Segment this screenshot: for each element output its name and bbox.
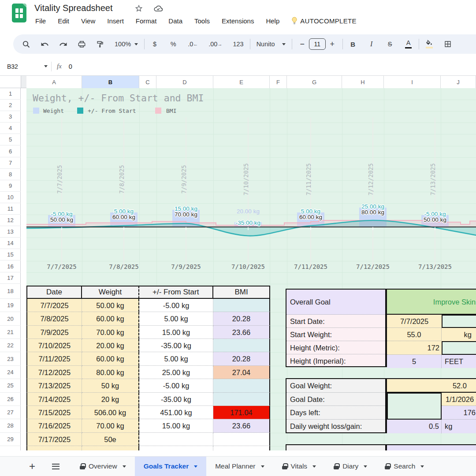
undo-icon[interactable] (38, 37, 51, 51)
menu-view[interactable]: View (81, 17, 95, 25)
cell-date[interactable]: 7/10/2025 (26, 339, 82, 352)
cell-delta[interactable]: -5.00 kg (139, 299, 213, 312)
cell-date[interactable]: 7/8/2025 (26, 312, 82, 325)
row-header-27[interactable]: 27 (0, 406, 21, 419)
formula-input[interactable]: 0 (69, 63, 72, 70)
column-header-E[interactable]: E (213, 76, 270, 88)
cell-bmi[interactable] (213, 393, 270, 406)
overall-goal-value[interactable]: Improve Skin (387, 290, 476, 315)
menu-extensions[interactable]: Extensions (222, 17, 254, 25)
format-currency-button[interactable]: $ (148, 37, 161, 51)
tab-overview[interactable]: Overview (71, 457, 135, 476)
cell-bmi[interactable] (213, 299, 270, 312)
cell-date[interactable]: 7/12/2025 (26, 366, 82, 379)
embedded-chart[interactable]: Weight, +/- From Start and BMI Weight +/… (26, 88, 476, 284)
cell-weight[interactable]: 50.00 kg (82, 299, 139, 312)
empty-bordered-cell[interactable] (442, 315, 476, 328)
empty-bordered-cell[interactable] (442, 341, 476, 355)
add-sheet-button[interactable]: + (29, 457, 35, 476)
menu-insert[interactable]: Insert (107, 17, 124, 25)
row-header-1[interactable]: 1 (0, 88, 21, 100)
cell-date[interactable]: 7/9/2025 (26, 326, 82, 339)
redo-icon[interactable] (56, 37, 70, 51)
all-sheets-button[interactable] (52, 457, 60, 476)
row-header-21[interactable]: 21 (0, 326, 21, 339)
row-header-10[interactable]: 10 (0, 192, 21, 203)
autocomplete-badge[interactable]: AUTOCOMPLETE (291, 17, 357, 25)
row-header-14[interactable]: 14 (0, 238, 21, 249)
cell-weight[interactable]: 70.00 kg (82, 419, 139, 432)
increase-font-size-button[interactable]: + (326, 37, 339, 51)
cell-date[interactable]: 7/17/2025 (26, 433, 82, 446)
cell-delta[interactable]: -35.00 kg (139, 339, 213, 352)
paint-format-icon[interactable] (93, 37, 107, 51)
goal-date-value[interactable]: 1/1/2026 (442, 393, 476, 406)
start-weight-value[interactable]: 55.0 (387, 328, 442, 341)
row-header-3[interactable]: 3 (0, 111, 21, 123)
cell-delta[interactable]: -35.00 kg (139, 393, 213, 406)
cell-weight[interactable]: 80.00 kg (82, 366, 139, 379)
days-left-value[interactable]: 176 (442, 406, 476, 420)
cell-bmi-alert[interactable]: 171.04 (213, 406, 270, 419)
column-header-A[interactable]: A (26, 76, 82, 88)
bold-button[interactable]: B (346, 37, 360, 51)
cell-bmi[interactable]: 23.66 (213, 326, 270, 339)
row-header-2[interactable]: 2 (0, 100, 21, 111)
font-size-input[interactable]: 11 (309, 38, 326, 50)
cell-date[interactable]: 7/11/2025 (26, 352, 82, 365)
row-header-23[interactable]: 23 (0, 352, 21, 365)
cell-weight[interactable]: 50 kg (82, 379, 139, 392)
tab-meal-planner[interactable]: Meal Planner (206, 457, 273, 476)
cell-date[interactable]: 7/16/2025 (26, 419, 82, 432)
cell-bmi[interactable]: 20.28 (213, 312, 270, 325)
row-header-16[interactable]: 16 (0, 261, 21, 272)
tab-goals-tracker[interactable]: Goals Tracker (135, 457, 207, 476)
row-header-18[interactable]: 18 (0, 284, 21, 299)
row-header-20[interactable]: 20 (0, 312, 21, 325)
row-header-19[interactable]: 19 (0, 299, 21, 312)
row-header-6[interactable]: 6 (0, 146, 21, 157)
increase-decimal-button[interactable]: .00→ (206, 37, 225, 51)
cell-weight[interactable]: 50e (82, 433, 139, 446)
text-color-button[interactable]: A (402, 37, 415, 51)
row-header-26[interactable]: 26 (0, 393, 21, 406)
cell-delta[interactable]: 5.00 kg (139, 352, 213, 365)
goal-weight-value[interactable]: 52.0 (387, 379, 476, 393)
height-metric-value[interactable]: 172 (387, 341, 442, 355)
cell-delta[interactable]: 451.00 kg (139, 406, 213, 419)
cell-weight[interactable]: 20 kg (82, 393, 139, 406)
select-all-corner[interactable] (0, 76, 21, 88)
cell-delta[interactable] (139, 433, 213, 446)
row-header-13[interactable]: 13 (0, 226, 21, 238)
cell-bmi[interactable] (213, 433, 270, 446)
row-header-9[interactable]: 9 (0, 180, 21, 192)
height-imperial-value[interactable]: 5 (387, 355, 442, 368)
cell-delta[interactable]: 5.00 kg (139, 312, 213, 325)
star-icon[interactable] (134, 4, 143, 15)
row-header-4[interactable]: 4 (0, 123, 21, 134)
cell-bmi[interactable]: 23.66 (213, 419, 270, 432)
row-header-15[interactable]: 15 (0, 249, 21, 260)
cell-weight[interactable]: 60.00 kg (82, 352, 139, 365)
cell-delta[interactable]: -5.00 kg (139, 379, 213, 392)
cell-date[interactable]: 7/15/2025 (26, 406, 82, 419)
row-header-25[interactable]: 25 (0, 379, 21, 392)
row-header-17[interactable]: 17 (0, 272, 21, 284)
fill-color-button[interactable] (423, 37, 436, 51)
cell-date[interactable]: 7/7/2025 (26, 299, 82, 312)
cell-delta[interactable]: 15.00 kg (139, 326, 213, 339)
row-header-8[interactable]: 8 (0, 169, 21, 180)
cell-bmi[interactable] (213, 379, 270, 392)
empty-bordered-cell[interactable] (387, 393, 442, 420)
cell-bmi[interactable]: 27.04 (213, 366, 270, 379)
name-box[interactable]: B32 (0, 63, 48, 70)
decrease-decimal-button[interactable]: .0← (185, 37, 201, 51)
column-header-J[interactable]: J (441, 76, 476, 88)
format-percent-button[interactable]: % (167, 37, 180, 51)
cell-delta[interactable]: 25.00 kg (139, 366, 213, 379)
row-header-11[interactable]: 11 (0, 203, 21, 215)
row-header-28[interactable]: 28 (0, 419, 21, 432)
column-header-B[interactable]: B (82, 76, 139, 88)
zoom-select[interactable]: 100% (112, 37, 141, 51)
row-header-12[interactable]: 12 (0, 215, 21, 226)
